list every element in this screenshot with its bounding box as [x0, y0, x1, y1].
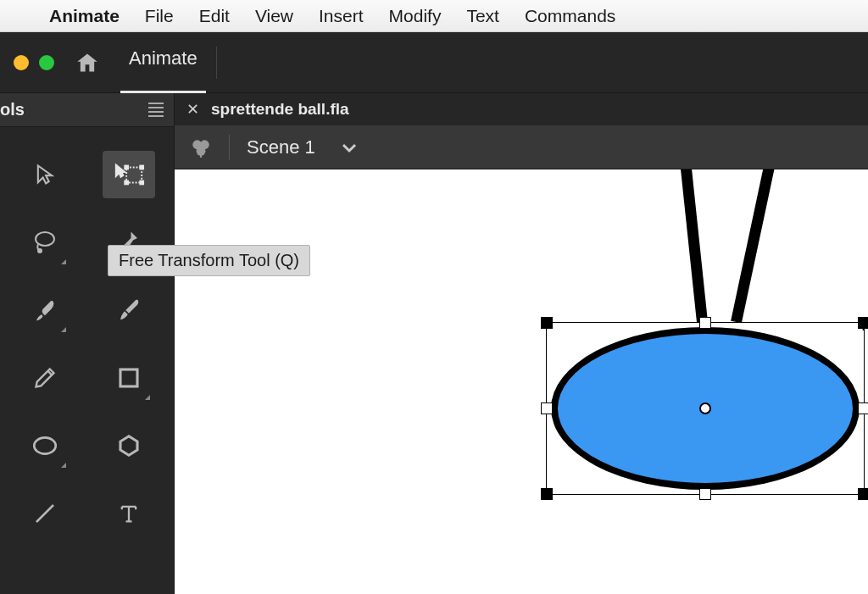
scene-dropdown-icon[interactable] — [341, 136, 358, 158]
shape-line — [679, 169, 708, 323]
menu-file[interactable]: File — [145, 6, 174, 26]
oval-tool[interactable] — [19, 422, 71, 469]
svg-rect-7 — [120, 369, 137, 386]
free-transform-tool[interactable] — [103, 151, 155, 198]
divider — [229, 135, 230, 160]
menu-edit[interactable]: Edit — [199, 6, 230, 26]
transform-handle-e[interactable] — [858, 402, 868, 414]
svg-point-6 — [38, 249, 42, 253]
rectangle-tool[interactable] — [103, 354, 155, 402]
tools-panel-header: ols — [0, 93, 174, 127]
workspace-label: Animate — [129, 47, 198, 69]
window-minimize-button[interactable] — [14, 55, 29, 70]
pencil-tool[interactable] — [19, 354, 71, 402]
canvas[interactable]: + — [175, 169, 868, 594]
cursor-crosshair-icon: + — [858, 315, 868, 337]
editor-area: ✕ sprettende ball.fla Scene 1 — [175, 93, 868, 594]
scene-clover-icon[interactable] — [190, 136, 212, 158]
paintbrush-tool[interactable] — [103, 286, 155, 334]
divider — [216, 47, 217, 79]
lasso-tool[interactable] — [19, 219, 71, 266]
window-maximize-button[interactable] — [39, 55, 54, 70]
tooltip: Free Transform Tool (Q) — [108, 245, 310, 276]
transform-handle-w[interactable] — [541, 402, 553, 414]
transform-handle-se[interactable] — [858, 488, 868, 500]
svg-rect-3 — [125, 181, 129, 185]
window-controls — [14, 55, 54, 70]
close-tab-icon[interactable]: ✕ — [186, 100, 199, 119]
brush-tool[interactable] — [19, 286, 71, 334]
selected-object[interactable] — [546, 322, 865, 495]
menu-text[interactable]: Text — [466, 6, 499, 26]
menu-modify[interactable]: Modify — [389, 6, 442, 26]
svg-rect-1 — [125, 166, 129, 169]
tools-panel-title: ols — [0, 100, 25, 119]
svg-line-10 — [36, 505, 53, 522]
svg-point-5 — [36, 232, 54, 246]
text-tool[interactable] — [103, 490, 155, 537]
line-tool[interactable] — [19, 490, 71, 537]
macos-menubar: Animate File Edit View Insert Modify Tex… — [0, 0, 868, 32]
scene-bar: Scene 1 — [175, 125, 868, 169]
transform-handle-nw[interactable] — [541, 317, 553, 329]
tools-panel: ols — [0, 93, 175, 594]
transform-center-point[interactable] — [699, 402, 711, 414]
selection-tool[interactable] — [19, 151, 71, 198]
app-header: Animate — [0, 32, 868, 93]
menu-view[interactable]: View — [255, 6, 293, 26]
menu-insert[interactable]: Insert — [319, 6, 364, 26]
scene-label[interactable]: Scene 1 — [247, 136, 315, 158]
document-tabs: ✕ sprettende ball.fla — [175, 93, 868, 125]
home-button[interactable] — [75, 51, 100, 75]
menu-commands[interactable]: Commands — [525, 6, 615, 26]
panel-menu-icon[interactable] — [145, 99, 167, 120]
tools-grid — [0, 127, 174, 561]
transform-handle-s[interactable] — [699, 488, 711, 500]
tooltip-text: Free Transform Tool (Q) — [119, 251, 299, 269]
transform-handle-n[interactable] — [699, 317, 711, 329]
transform-bounding-box[interactable] — [546, 322, 865, 495]
transform-handle-sw[interactable] — [541, 488, 553, 500]
document-filename[interactable]: sprettende ball.fla — [211, 100, 349, 119]
polystar-tool[interactable] — [103, 422, 155, 469]
shape-line — [731, 169, 776, 323]
workspace-tab[interactable]: Animate — [120, 32, 206, 93]
svg-rect-4 — [141, 181, 144, 185]
svg-marker-9 — [120, 436, 137, 456]
svg-point-8 — [34, 437, 56, 453]
menu-app[interactable]: Animate — [49, 6, 120, 26]
svg-rect-2 — [141, 166, 144, 169]
